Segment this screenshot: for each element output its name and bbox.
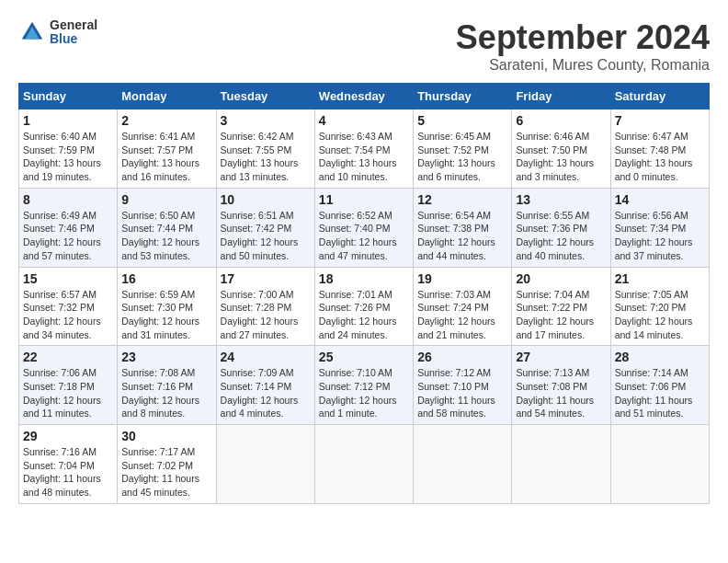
- day-info-21: Sunrise: 7:05 AMSunset: 7:20 PMDaylight:…: [615, 288, 705, 342]
- empty-cell-5: [610, 425, 709, 504]
- day-info-9: Sunrise: 6:50 AMSunset: 7:44 PMDaylight:…: [121, 209, 211, 263]
- day-info-4: Sunrise: 6:43 AMSunset: 7:54 PMDaylight:…: [319, 130, 409, 184]
- day-cell-12: 12 Sunrise: 6:54 AMSunset: 7:38 PMDaylig…: [414, 188, 512, 267]
- day-cell-25: 25 Sunrise: 7:10 AMSunset: 7:12 PMDaylig…: [314, 346, 413, 425]
- day-cell-27: 27 Sunrise: 7:13 AMSunset: 7:08 PMDaylig…: [512, 346, 610, 425]
- day-number-1: 1: [23, 113, 113, 128]
- day-cell-23: 23 Sunrise: 7:08 AMSunset: 7:16 PMDaylig…: [118, 346, 216, 425]
- header: General Blue September 2024 Sarateni, Mu…: [18, 18, 710, 74]
- day-cell-24: 24 Sunrise: 7:09 AMSunset: 7:14 PMDaylig…: [216, 346, 314, 425]
- logo: General Blue: [18, 18, 97, 47]
- header-saturday: Saturday: [610, 84, 709, 109]
- day-cell-7: 7 Sunrise: 6:47 AMSunset: 7:48 PMDayligh…: [610, 109, 709, 189]
- empty-cell-3: [414, 425, 512, 504]
- day-number-29: 29: [23, 429, 113, 443]
- day-info-22: Sunrise: 7:06 AMSunset: 7:18 PMDaylight:…: [23, 366, 113, 420]
- week-row-3: 15 Sunrise: 6:57 AMSunset: 7:32 PMDaylig…: [19, 267, 710, 346]
- day-cell-9: 9 Sunrise: 6:50 AMSunset: 7:44 PMDayligh…: [118, 188, 216, 267]
- day-number-10: 10: [221, 192, 311, 207]
- day-number-9: 9: [121, 192, 211, 207]
- day-cell-21: 21 Sunrise: 7:05 AMSunset: 7:20 PMDaylig…: [610, 267, 709, 346]
- day-number-16: 16: [121, 271, 211, 286]
- day-info-25: Sunrise: 7:10 AMSunset: 7:12 PMDaylight:…: [319, 366, 409, 420]
- day-info-8: Sunrise: 6:49 AMSunset: 7:46 PMDaylight:…: [23, 209, 113, 263]
- day-cell-29: 29 Sunrise: 7:16 AMSunset: 7:04 PMDaylig…: [19, 425, 118, 504]
- day-number-25: 25: [319, 350, 409, 364]
- title-area: September 2024 Sarateni, Mures County, R…: [456, 18, 710, 74]
- day-number-20: 20: [516, 271, 606, 286]
- day-cell-22: 22 Sunrise: 7:06 AMSunset: 7:18 PMDaylig…: [19, 346, 118, 425]
- logo-text: General Blue: [50, 18, 97, 47]
- day-info-28: Sunrise: 7:14 AMSunset: 7:06 PMDaylight:…: [615, 366, 705, 420]
- day-number-11: 11: [319, 192, 409, 207]
- calendar-header-row: Sunday Monday Tuesday Wednesday Thursday…: [19, 84, 710, 109]
- month-title: September 2024: [456, 18, 710, 57]
- day-cell-14: 14 Sunrise: 6:56 AMSunset: 7:34 PMDaylig…: [610, 188, 709, 267]
- day-number-13: 13: [516, 192, 606, 207]
- day-number-14: 14: [615, 192, 705, 207]
- day-info-3: Sunrise: 6:42 AMSunset: 7:55 PMDaylight:…: [221, 130, 311, 184]
- day-number-8: 8: [23, 192, 113, 207]
- day-number-24: 24: [221, 350, 311, 364]
- week-row-5: 29 Sunrise: 7:16 AMSunset: 7:04 PMDaylig…: [19, 425, 710, 504]
- day-number-18: 18: [319, 271, 409, 286]
- day-number-28: 28: [615, 350, 705, 364]
- day-cell-17: 17 Sunrise: 7:00 AMSunset: 7:28 PMDaylig…: [216, 267, 314, 346]
- day-cell-5: 5 Sunrise: 6:45 AMSunset: 7:52 PMDayligh…: [414, 109, 512, 189]
- day-cell-18: 18 Sunrise: 7:01 AMSunset: 7:26 PMDaylig…: [314, 267, 413, 346]
- day-number-30: 30: [121, 429, 211, 443]
- day-cell-15: 15 Sunrise: 6:57 AMSunset: 7:32 PMDaylig…: [19, 267, 118, 346]
- day-cell-10: 10 Sunrise: 6:51 AMSunset: 7:42 PMDaylig…: [216, 188, 314, 267]
- calendar: Sunday Monday Tuesday Wednesday Thursday…: [18, 83, 710, 504]
- day-number-7: 7: [615, 113, 705, 128]
- header-wednesday: Wednesday: [314, 84, 413, 109]
- day-info-11: Sunrise: 6:52 AMSunset: 7:40 PMDaylight:…: [319, 209, 409, 263]
- day-info-16: Sunrise: 6:59 AMSunset: 7:30 PMDaylight:…: [121, 288, 211, 342]
- week-row-1: 1 Sunrise: 6:40 AMSunset: 7:59 PMDayligh…: [19, 109, 710, 189]
- day-info-27: Sunrise: 7:13 AMSunset: 7:08 PMDaylight:…: [516, 366, 606, 420]
- header-thursday: Thursday: [414, 84, 512, 109]
- header-monday: Monday: [118, 84, 216, 109]
- day-number-6: 6: [516, 113, 606, 128]
- day-info-7: Sunrise: 6:47 AMSunset: 7:48 PMDaylight:…: [615, 130, 705, 184]
- day-info-30: Sunrise: 7:17 AMSunset: 7:02 PMDaylight:…: [121, 445, 211, 500]
- day-cell-20: 20 Sunrise: 7:04 AMSunset: 7:22 PMDaylig…: [512, 267, 610, 346]
- week-row-4: 22 Sunrise: 7:06 AMSunset: 7:18 PMDaylig…: [19, 346, 710, 425]
- logo-icon: [18, 18, 46, 46]
- day-info-18: Sunrise: 7:01 AMSunset: 7:26 PMDaylight:…: [319, 288, 409, 342]
- day-cell-1: 1 Sunrise: 6:40 AMSunset: 7:59 PMDayligh…: [19, 109, 118, 189]
- day-info-26: Sunrise: 7:12 AMSunset: 7:10 PMDaylight:…: [417, 366, 507, 420]
- day-info-6: Sunrise: 6:46 AMSunset: 7:50 PMDaylight:…: [516, 130, 606, 184]
- day-number-2: 2: [121, 113, 211, 128]
- day-cell-6: 6 Sunrise: 6:46 AMSunset: 7:50 PMDayligh…: [512, 109, 610, 189]
- header-tuesday: Tuesday: [216, 84, 314, 109]
- week-row-2: 8 Sunrise: 6:49 AMSunset: 7:46 PMDayligh…: [19, 188, 710, 267]
- day-info-2: Sunrise: 6:41 AMSunset: 7:57 PMDaylight:…: [121, 130, 211, 184]
- day-cell-13: 13 Sunrise: 6:55 AMSunset: 7:36 PMDaylig…: [512, 188, 610, 267]
- logo-general: General: [50, 18, 97, 32]
- day-number-23: 23: [121, 350, 211, 364]
- day-number-19: 19: [417, 271, 507, 286]
- day-cell-30: 30 Sunrise: 7:17 AMSunset: 7:02 PMDaylig…: [118, 425, 216, 504]
- day-cell-11: 11 Sunrise: 6:52 AMSunset: 7:40 PMDaylig…: [314, 188, 413, 267]
- day-info-19: Sunrise: 7:03 AMSunset: 7:24 PMDaylight:…: [417, 288, 507, 342]
- day-cell-3: 3 Sunrise: 6:42 AMSunset: 7:55 PMDayligh…: [216, 109, 314, 189]
- empty-cell-4: [512, 425, 610, 504]
- day-info-15: Sunrise: 6:57 AMSunset: 7:32 PMDaylight:…: [23, 288, 113, 342]
- day-info-13: Sunrise: 6:55 AMSunset: 7:36 PMDaylight:…: [516, 209, 606, 263]
- empty-cell-2: [314, 425, 413, 504]
- day-info-20: Sunrise: 7:04 AMSunset: 7:22 PMDaylight:…: [516, 288, 606, 342]
- day-cell-19: 19 Sunrise: 7:03 AMSunset: 7:24 PMDaylig…: [414, 267, 512, 346]
- day-number-21: 21: [615, 271, 705, 286]
- logo-blue: Blue: [50, 32, 97, 46]
- day-number-27: 27: [516, 350, 606, 364]
- day-number-17: 17: [221, 271, 311, 286]
- day-number-5: 5: [417, 113, 507, 128]
- day-info-12: Sunrise: 6:54 AMSunset: 7:38 PMDaylight:…: [417, 209, 507, 263]
- day-number-3: 3: [221, 113, 311, 128]
- location: Sarateni, Mures County, Romania: [456, 57, 710, 74]
- empty-cell-1: [216, 425, 314, 504]
- header-sunday: Sunday: [19, 84, 118, 109]
- header-friday: Friday: [512, 84, 610, 109]
- day-cell-2: 2 Sunrise: 6:41 AMSunset: 7:57 PMDayligh…: [118, 109, 216, 189]
